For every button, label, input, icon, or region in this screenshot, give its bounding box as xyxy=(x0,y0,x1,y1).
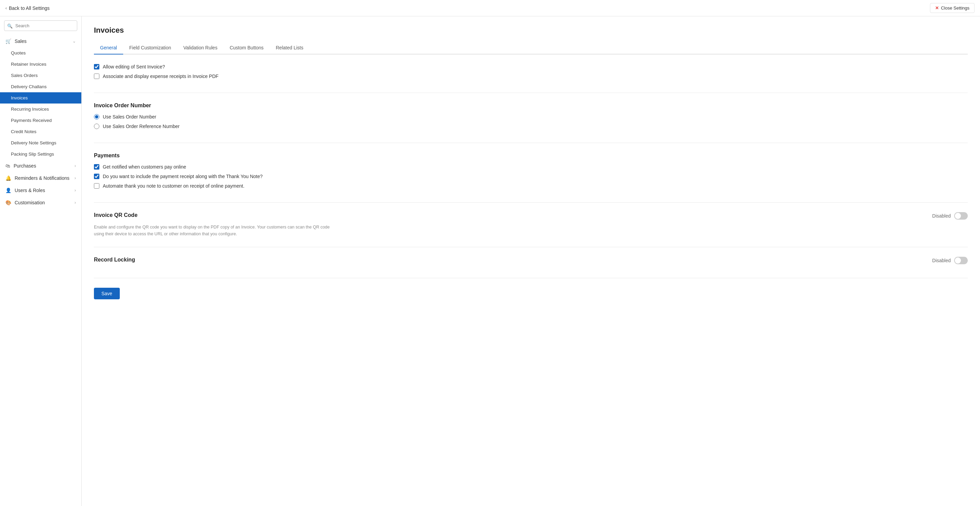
sidebar-item-quotes[interactable]: Quotes xyxy=(0,47,81,59)
allow-editing-row: Allow editing of Sent Invoice? xyxy=(94,64,968,69)
get-notified-row: Get notified when customers pay online xyxy=(94,164,968,169)
record-locking-toggle-right: Disabled xyxy=(932,257,968,264)
allow-editing-checkbox[interactable] xyxy=(94,64,99,69)
sales-nav-label: Sales xyxy=(14,38,27,44)
tab-general[interactable]: General xyxy=(94,42,123,54)
include-receipt-checkbox[interactable] xyxy=(94,174,99,179)
use-sales-order-number-radio[interactable] xyxy=(94,114,99,120)
sales-nav-parent[interactable]: 🛒 Sales ⌄ xyxy=(0,35,81,47)
form-actions: Save xyxy=(94,288,968,299)
qr-code-title: Invoice QR Code xyxy=(94,212,926,218)
qr-code-toggle[interactable] xyxy=(954,212,968,220)
users-nav-group: 👤 Users & Roles › xyxy=(0,184,81,196)
include-receipt-label[interactable]: Do you want to include the payment recei… xyxy=(103,174,263,179)
sidebar-item-sales-orders[interactable]: Sales Orders xyxy=(0,70,81,81)
record-locking-left: Record Locking xyxy=(94,257,926,268)
sidebar: 🔍 🛒 Sales ⌄ QuotesRetainer InvoicesSales… xyxy=(0,16,82,506)
close-x-icon: ✕ xyxy=(935,5,939,11)
qr-code-section: Invoice QR Code Enable and configure the… xyxy=(94,212,968,247)
automate-thankyou-label[interactable]: Automate thank you note to customer on r… xyxy=(103,183,244,188)
top-bar: ‹ Back to All Settings ✕ Close Settings xyxy=(0,0,980,16)
payments-title: Payments xyxy=(94,153,968,159)
invoice-order-section: Invoice Order Number Use Sales Order Num… xyxy=(94,102,968,143)
sidebar-item-delivery-note-settings[interactable]: Delivery Note Settings xyxy=(0,137,81,148)
users-nav-label: Users & Roles xyxy=(14,188,45,193)
expense-receipts-row: Associate and display expense receipts i… xyxy=(94,73,968,79)
allow-editing-label[interactable]: Allow editing of Sent Invoice? xyxy=(103,64,165,69)
sales-nav-children: QuotesRetainer InvoicesSales OrdersDeliv… xyxy=(0,47,81,160)
close-settings-button[interactable]: ✕ Close Settings xyxy=(930,3,975,13)
sidebar-item-delivery-challans[interactable]: Delivery Challans xyxy=(0,81,81,92)
use-sales-order-number-label[interactable]: Use Sales Order Number xyxy=(103,114,156,120)
search-icon: 🔍 xyxy=(7,23,13,28)
sales-order-ref-row: Use Sales Order Reference Number xyxy=(94,124,968,129)
close-settings-label: Close Settings xyxy=(941,5,969,11)
back-link-label: Back to All Settings xyxy=(9,5,50,11)
sidebar-item-invoices[interactable]: Invoices xyxy=(0,92,81,104)
qr-code-toggle-label: Disabled xyxy=(932,213,951,219)
page-title: Invoices xyxy=(94,26,968,35)
qr-code-left: Invoice QR Code Enable and configure the… xyxy=(94,212,926,237)
record-locking-toggle-label: Disabled xyxy=(932,258,951,263)
main-content: 🔍 🛒 Sales ⌄ QuotesRetainer InvoicesSales… xyxy=(0,16,980,506)
expense-receipts-label[interactable]: Associate and display expense receipts i… xyxy=(103,73,218,79)
tabs-bar: GeneralField CustomizationValidation Rul… xyxy=(94,42,968,54)
record-locking-title: Record Locking xyxy=(94,257,926,263)
record-locking-section: Record Locking Disabled xyxy=(94,257,968,278)
sidebar-item-credit-notes[interactable]: Credit Notes xyxy=(0,126,81,137)
sales-nav-group: 🛒 Sales ⌄ QuotesRetainer InvoicesSales O… xyxy=(0,35,81,160)
purchases-chevron-icon: › xyxy=(75,163,76,168)
sidebar-item-payments-received[interactable]: Payments Received xyxy=(0,115,81,126)
purchases-nav-group: 🛍 Purchases › xyxy=(0,160,81,172)
record-locking-toggle-row: Record Locking Disabled xyxy=(94,257,968,268)
invoice-order-title: Invoice Order Number xyxy=(94,102,968,109)
record-locking-toggle[interactable] xyxy=(954,257,968,264)
back-to-settings-link[interactable]: ‹ Back to All Settings xyxy=(5,5,50,11)
tab-related-lists[interactable]: Related Lists xyxy=(270,42,310,54)
reminders-nav-group: 🔔 Reminders & Notifications › xyxy=(0,172,81,184)
use-sales-order-ref-label[interactable]: Use Sales Order Reference Number xyxy=(103,124,180,129)
customisation-nav-group: 🎨 Customisation › xyxy=(0,196,81,209)
qr-code-toggle-right: Disabled xyxy=(932,212,968,220)
customisation-chevron-icon: › xyxy=(75,200,76,205)
purchases-nav-label: Purchases xyxy=(14,163,36,169)
automate-thankyou-row: Automate thank you note to customer on r… xyxy=(94,183,968,188)
search-box: 🔍 xyxy=(4,21,77,31)
get-notified-label[interactable]: Get notified when customers pay online xyxy=(103,164,186,169)
reminders-nav-label: Reminders & Notifications xyxy=(14,176,69,181)
users-chevron-icon: › xyxy=(75,188,76,193)
customisation-nav-label: Customisation xyxy=(14,200,45,205)
search-input[interactable] xyxy=(4,21,77,31)
include-receipt-row: Do you want to include the payment recei… xyxy=(94,174,968,179)
sidebar-item-recurring-invoices[interactable]: Recurring Invoices xyxy=(0,104,81,115)
reminders-nav-parent[interactable]: 🔔 Reminders & Notifications › xyxy=(0,172,81,184)
sales-chevron-icon: ⌄ xyxy=(73,39,76,43)
get-notified-checkbox[interactable] xyxy=(94,164,99,169)
purchases-nav-parent[interactable]: 🛍 Purchases › xyxy=(0,160,81,172)
qr-code-description: Enable and configure the QR code you wan… xyxy=(94,224,332,237)
sales-order-number-row: Use Sales Order Number xyxy=(94,114,968,120)
chevron-left-icon: ‹ xyxy=(5,6,7,11)
automate-thankyou-checkbox[interactable] xyxy=(94,183,99,188)
sidebar-item-retainer-invoices[interactable]: Retainer Invoices xyxy=(0,59,81,70)
sales-icon: 🛒 xyxy=(5,38,11,44)
users-nav-parent[interactable]: 👤 Users & Roles › xyxy=(0,184,81,196)
purchases-icon: 🛍 xyxy=(5,163,10,169)
payments-section: Payments Get notified when customers pay… xyxy=(94,153,968,203)
sidebar-item-packing-slip-settings[interactable]: Packing Slip Settings xyxy=(0,148,81,160)
use-sales-order-ref-radio[interactable] xyxy=(94,124,99,129)
tab-custom-buttons[interactable]: Custom Buttons xyxy=(224,42,270,54)
nav-section: 🛒 Sales ⌄ QuotesRetainer InvoicesSales O… xyxy=(0,35,81,209)
expense-receipts-checkbox[interactable] xyxy=(94,73,99,79)
tab-validation-rules[interactable]: Validation Rules xyxy=(177,42,224,54)
users-icon: 👤 xyxy=(5,188,11,193)
general-checkboxes-section: Allow editing of Sent Invoice? Associate… xyxy=(94,64,968,93)
reminders-icon: 🔔 xyxy=(5,176,11,181)
customisation-icon: 🎨 xyxy=(5,200,11,205)
reminders-chevron-icon: › xyxy=(75,176,76,180)
tab-field-customization[interactable]: Field Customization xyxy=(123,42,177,54)
save-button[interactable]: Save xyxy=(94,288,120,299)
qr-code-toggle-row: Invoice QR Code Enable and configure the… xyxy=(94,212,968,237)
content-area: Invoices GeneralField CustomizationValid… xyxy=(82,16,980,506)
customisation-nav-parent[interactable]: 🎨 Customisation › xyxy=(0,196,81,209)
